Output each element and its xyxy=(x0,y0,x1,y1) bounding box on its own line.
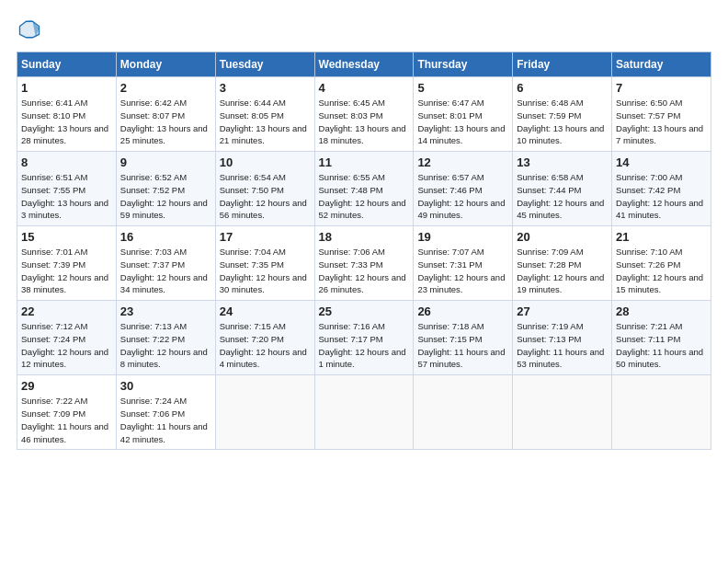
day-number: 4 xyxy=(319,81,410,95)
page: Sunday Monday Tuesday Wednesday Thursday… xyxy=(0,0,728,459)
sunrise-label: Sunrise: 7:21 AM xyxy=(616,321,682,331)
day-info: Sunrise: 6:54 AM Sunset: 7:50 PM Dayligh… xyxy=(220,171,311,222)
daylight-label: Daylight: 12 hours and 56 minutes. xyxy=(220,198,307,221)
sunrise-label: Sunrise: 7:00 AM xyxy=(616,172,682,182)
daylight-label: Daylight: 13 hours and 21 minutes. xyxy=(220,123,307,146)
day-number: 30 xyxy=(120,379,211,393)
day-number: 5 xyxy=(417,81,508,95)
sunset-label: Sunset: 8:10 PM xyxy=(21,110,85,121)
sunset-label: Sunset: 7:26 PM xyxy=(616,259,680,270)
sunset-label: Sunset: 7:44 PM xyxy=(517,185,581,195)
daylight-label: Daylight: 13 hours and 14 minutes. xyxy=(417,123,505,146)
daylight-label: Daylight: 13 hours and 10 minutes. xyxy=(517,123,604,146)
day-number: 29 xyxy=(21,379,112,393)
day-number: 19 xyxy=(417,230,508,244)
sunrise-label: Sunrise: 7:09 AM xyxy=(517,247,583,257)
calendar-cell xyxy=(414,375,513,450)
header xyxy=(17,17,711,42)
sunrise-label: Sunrise: 7:19 AM xyxy=(517,321,583,331)
day-info: Sunrise: 6:55 AM Sunset: 7:48 PM Dayligh… xyxy=(319,171,410,222)
day-info: Sunrise: 6:44 AM Sunset: 8:05 PM Dayligh… xyxy=(220,97,311,147)
calendar-cell xyxy=(612,375,711,450)
col-thursday: Thursday xyxy=(414,52,513,77)
sunset-label: Sunset: 7:46 PM xyxy=(417,185,482,195)
calendar-cell: 27 Sunrise: 7:19 AM Sunset: 7:13 PM Dayl… xyxy=(513,301,612,375)
day-number: 12 xyxy=(417,155,508,169)
daylight-label: Daylight: 12 hours and 19 minutes. xyxy=(517,272,604,295)
day-info: Sunrise: 7:16 AM Sunset: 7:17 PM Dayligh… xyxy=(319,320,410,371)
sunrise-label: Sunrise: 7:01 AM xyxy=(21,247,87,257)
sunrise-label: Sunrise: 6:58 AM xyxy=(517,172,583,182)
col-sunday: Sunday xyxy=(17,52,117,77)
sunrise-label: Sunrise: 7:07 AM xyxy=(417,247,483,257)
daylight-label: Daylight: 13 hours and 18 minutes. xyxy=(319,123,406,146)
calendar-cell: 16 Sunrise: 7:03 AM Sunset: 7:37 PM Dayl… xyxy=(116,226,215,301)
calendar-cell: 21 Sunrise: 7:10 AM Sunset: 7:26 PM Dayl… xyxy=(612,226,711,301)
day-info: Sunrise: 7:01 AM Sunset: 7:39 PM Dayligh… xyxy=(21,246,112,296)
calendar-table: Sunday Monday Tuesday Wednesday Thursday… xyxy=(17,52,711,450)
sunset-label: Sunset: 7:22 PM xyxy=(120,334,185,344)
daylight-label: Daylight: 13 hours and 28 minutes. xyxy=(21,123,108,146)
sunrise-label: Sunrise: 6:41 AM xyxy=(21,98,87,108)
day-number: 17 xyxy=(220,230,311,244)
day-number: 26 xyxy=(417,304,508,318)
daylight-label: Daylight: 12 hours and 45 minutes. xyxy=(517,198,604,221)
sunset-label: Sunset: 7:42 PM xyxy=(616,185,680,195)
day-number: 8 xyxy=(21,155,112,169)
daylight-label: Daylight: 12 hours and 30 minutes. xyxy=(220,272,307,295)
calendar-cell: 29 Sunrise: 7:22 AM Sunset: 7:09 PM Dayl… xyxy=(17,375,117,450)
sunset-label: Sunset: 7:59 PM xyxy=(517,110,581,121)
sunset-label: Sunset: 7:11 PM xyxy=(616,334,680,344)
day-info: Sunrise: 7:15 AM Sunset: 7:20 PM Dayligh… xyxy=(220,320,311,371)
day-info: Sunrise: 7:09 AM Sunset: 7:28 PM Dayligh… xyxy=(517,246,608,296)
sunrise-label: Sunrise: 6:44 AM xyxy=(220,98,286,108)
sunset-label: Sunset: 8:07 PM xyxy=(120,110,185,121)
sunset-label: Sunset: 7:55 PM xyxy=(21,185,85,195)
calendar-row: 1 Sunrise: 6:41 AM Sunset: 8:10 PM Dayli… xyxy=(17,77,711,152)
day-info: Sunrise: 7:12 AM Sunset: 7:24 PM Dayligh… xyxy=(21,320,112,371)
calendar-cell: 6 Sunrise: 6:48 AM Sunset: 7:59 PM Dayli… xyxy=(513,77,612,152)
daylight-label: Daylight: 13 hours and 25 minutes. xyxy=(120,123,208,146)
sunrise-label: Sunrise: 6:50 AM xyxy=(616,98,682,108)
calendar-row: 15 Sunrise: 7:01 AM Sunset: 7:39 PM Dayl… xyxy=(17,226,711,301)
sunrise-label: Sunrise: 7:15 AM xyxy=(220,321,286,331)
calendar-cell: 1 Sunrise: 6:41 AM Sunset: 8:10 PM Dayli… xyxy=(17,77,117,152)
sunrise-label: Sunrise: 6:47 AM xyxy=(417,98,483,108)
day-info: Sunrise: 7:04 AM Sunset: 7:35 PM Dayligh… xyxy=(220,246,311,296)
daylight-label: Daylight: 11 hours and 53 minutes. xyxy=(517,347,604,370)
sunset-label: Sunset: 8:05 PM xyxy=(220,110,284,121)
calendar-cell: 14 Sunrise: 7:00 AM Sunset: 7:42 PM Dayl… xyxy=(612,152,711,226)
calendar-cell: 30 Sunrise: 7:24 AM Sunset: 7:06 PM Dayl… xyxy=(116,375,215,450)
day-number: 7 xyxy=(616,81,707,95)
daylight-label: Daylight: 11 hours and 50 minutes. xyxy=(616,347,703,370)
calendar-cell: 19 Sunrise: 7:07 AM Sunset: 7:31 PM Dayl… xyxy=(414,226,513,301)
daylight-label: Daylight: 12 hours and 41 minutes. xyxy=(616,198,703,221)
daylight-label: Daylight: 12 hours and 38 minutes. xyxy=(21,272,108,295)
col-monday: Monday xyxy=(116,52,215,77)
day-number: 2 xyxy=(120,81,211,95)
day-info: Sunrise: 7:06 AM Sunset: 7:33 PM Dayligh… xyxy=(319,246,410,296)
calendar-cell: 23 Sunrise: 7:13 AM Sunset: 7:22 PM Dayl… xyxy=(116,301,215,375)
daylight-label: Daylight: 11 hours and 46 minutes. xyxy=(21,421,108,444)
day-info: Sunrise: 6:45 AM Sunset: 8:03 PM Dayligh… xyxy=(319,97,410,147)
daylight-label: Daylight: 12 hours and 15 minutes. xyxy=(616,272,703,295)
logo-icon xyxy=(17,17,42,42)
calendar-cell: 22 Sunrise: 7:12 AM Sunset: 7:24 PM Dayl… xyxy=(17,301,117,375)
calendar-cell: 15 Sunrise: 7:01 AM Sunset: 7:39 PM Dayl… xyxy=(17,226,117,301)
sunrise-label: Sunrise: 7:22 AM xyxy=(21,396,87,406)
sunset-label: Sunset: 8:03 PM xyxy=(319,110,383,121)
calendar-cell: 11 Sunrise: 6:55 AM Sunset: 7:48 PM Dayl… xyxy=(314,152,414,226)
sunset-label: Sunset: 7:37 PM xyxy=(120,259,185,270)
day-number: 21 xyxy=(616,230,707,244)
day-number: 10 xyxy=(220,155,311,169)
day-number: 3 xyxy=(220,81,311,95)
col-friday: Friday xyxy=(513,52,612,77)
day-number: 18 xyxy=(319,230,410,244)
day-number: 28 xyxy=(616,304,707,318)
day-info: Sunrise: 6:47 AM Sunset: 8:01 PM Dayligh… xyxy=(417,97,508,147)
calendar-cell: 2 Sunrise: 6:42 AM Sunset: 8:07 PM Dayli… xyxy=(116,77,215,152)
sunset-label: Sunset: 7:28 PM xyxy=(517,259,581,270)
day-info: Sunrise: 7:18 AM Sunset: 7:15 PM Dayligh… xyxy=(417,320,508,371)
calendar-cell: 12 Sunrise: 6:57 AM Sunset: 7:46 PM Dayl… xyxy=(414,152,513,226)
daylight-label: Daylight: 12 hours and 8 minutes. xyxy=(120,347,208,370)
